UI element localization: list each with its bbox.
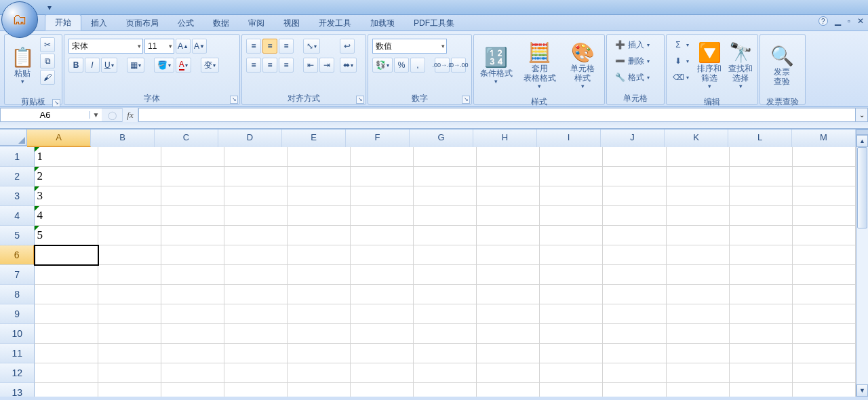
cell-B6[interactable] — [98, 245, 161, 265]
dialog-launcher-icon[interactable]: ↘ — [356, 96, 364, 104]
cell-E7[interactable] — [288, 265, 351, 285]
align-left-button[interactable]: ≡ — [246, 58, 261, 73]
cell-J12[interactable] — [603, 363, 666, 383]
borders-button[interactable]: ▦▾ — [127, 58, 144, 73]
cell-J11[interactable] — [603, 344, 666, 363]
cell-M11[interactable] — [793, 344, 856, 363]
cell-F6[interactable] — [351, 245, 414, 265]
cell-K4[interactable] — [667, 206, 730, 226]
cell-F10[interactable] — [351, 324, 414, 344]
cell-D3[interactable] — [224, 186, 288, 206]
cell-H4[interactable] — [477, 206, 540, 226]
cell-J1[interactable] — [603, 147, 666, 167]
cell-H13[interactable] — [477, 383, 540, 397]
cell-D5[interactable] — [224, 226, 288, 245]
cell-H5[interactable] — [477, 226, 540, 245]
copy-button[interactable]: ⧉ — [40, 54, 55, 68]
cell-M13[interactable] — [793, 383, 856, 397]
cell-G10[interactable] — [414, 324, 477, 344]
dialog-launcher-icon[interactable]: ↘ — [230, 96, 238, 104]
cell-C4[interactable] — [161, 206, 224, 226]
format-cells-button[interactable]: 🔧格式▾ — [611, 70, 653, 85]
tab-formulas[interactable]: 公式 — [168, 16, 203, 31]
delete-cells-button[interactable]: ➖删除▾ — [611, 54, 653, 68]
row-header-3[interactable]: 3 — [0, 186, 35, 206]
cell-E8[interactable] — [288, 285, 351, 304]
shrink-font-button[interactable]: A▼ — [192, 39, 207, 54]
cell-J7[interactable] — [603, 265, 666, 285]
cell-H10[interactable] — [477, 324, 540, 344]
cell-I6[interactable] — [540, 245, 603, 265]
cell-M3[interactable] — [793, 186, 856, 206]
cell-H1[interactable] — [477, 147, 540, 167]
cell-I13[interactable] — [540, 383, 603, 397]
cell-G13[interactable] — [414, 383, 477, 397]
cell-J4[interactable] — [603, 206, 666, 226]
cell-E2[interactable] — [288, 167, 351, 186]
row-header-8[interactable]: 8 — [0, 285, 35, 304]
column-header-E[interactable]: E — [282, 129, 346, 147]
cell-J9[interactable] — [603, 304, 666, 324]
cell-I4[interactable] — [540, 206, 603, 226]
dialog-launcher-icon[interactable]: ↘ — [462, 96, 470, 104]
cell-E9[interactable] — [288, 304, 351, 324]
row-header-9[interactable]: 9 — [0, 304, 35, 324]
cell-D8[interactable] — [224, 285, 288, 304]
cell-L6[interactable] — [730, 245, 793, 265]
cell-M6[interactable] — [793, 245, 856, 265]
scroll-track[interactable] — [856, 147, 868, 384]
cell-A5[interactable]: 5 — [35, 226, 98, 245]
cell-H3[interactable] — [477, 186, 540, 206]
cell-B4[interactable] — [98, 206, 161, 226]
row-header-12[interactable]: 12 — [0, 363, 35, 383]
cell-L11[interactable] — [730, 344, 793, 363]
cell-D13[interactable] — [224, 383, 288, 397]
cell-M7[interactable] — [793, 265, 856, 285]
cell-A7[interactable] — [35, 265, 98, 285]
cell-D9[interactable] — [224, 304, 288, 324]
row-header-1[interactable]: 1 — [0, 147, 35, 167]
align-middle-button[interactable]: ≡ — [262, 39, 277, 54]
column-header-I[interactable]: I — [537, 129, 601, 147]
cell-F13[interactable] — [351, 383, 414, 397]
cell-H11[interactable] — [477, 344, 540, 363]
cell-E12[interactable] — [288, 363, 351, 383]
cell-D7[interactable] — [224, 265, 288, 285]
cell-C10[interactable] — [161, 324, 224, 344]
sort-filter-button[interactable]: 🔽 排序和 筛选 ▾ — [695, 37, 724, 93]
cell-J10[interactable] — [603, 324, 666, 344]
cell-K6[interactable] — [667, 245, 730, 265]
cell-J3[interactable] — [603, 186, 666, 206]
cell-F7[interactable] — [351, 265, 414, 285]
cell-D6[interactable] — [224, 245, 288, 265]
cell-A8[interactable] — [35, 285, 98, 304]
cell-K10[interactable] — [667, 324, 730, 344]
cell-A1[interactable]: 1 — [35, 147, 98, 167]
cell-M10[interactable] — [793, 324, 856, 344]
cell-M5[interactable] — [793, 226, 856, 245]
column-header-D[interactable]: D — [218, 129, 282, 147]
column-header-K[interactable]: K — [665, 129, 728, 147]
cell-E11[interactable] — [288, 344, 351, 363]
cell-M9[interactable] — [793, 304, 856, 324]
cell-L5[interactable] — [730, 226, 793, 245]
tab-developer[interactable]: 开发工具 — [309, 16, 361, 31]
vertical-scrollbar[interactable]: ▲ ▼ — [856, 129, 868, 397]
cell-K1[interactable] — [667, 147, 730, 167]
cell-D11[interactable] — [224, 344, 288, 363]
fill-color-button[interactable]: 🪣▾ — [154, 58, 174, 73]
cell-L1[interactable] — [730, 147, 793, 167]
tab-home[interactable]: 开始 — [45, 14, 81, 31]
cell-L3[interactable] — [730, 186, 793, 206]
cell-B11[interactable] — [98, 344, 161, 363]
row-header-11[interactable]: 11 — [0, 344, 35, 363]
column-header-F[interactable]: F — [346, 129, 410, 147]
cell-L13[interactable] — [730, 383, 793, 397]
qat-customize-icon[interactable]: ▾ — [45, 3, 54, 12]
conditional-format-button[interactable]: 🔢 条件格式 ▾ — [477, 37, 515, 93]
format-painter-button[interactable]: 🖌 — [40, 70, 55, 85]
row-header-10[interactable]: 10 — [0, 324, 35, 344]
cell-J8[interactable] — [603, 285, 666, 304]
cell-K7[interactable] — [667, 265, 730, 285]
row-header-6[interactable]: 6 — [0, 245, 35, 265]
